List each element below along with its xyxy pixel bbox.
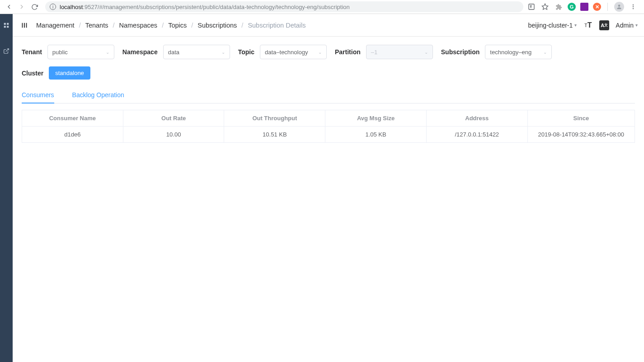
language-icon[interactable]: A文 [599, 20, 609, 30]
consumers-table: Consumer Name Out Rate Out Throughput Av… [22, 110, 635, 143]
extension-icon-1[interactable]: G [568, 3, 576, 11]
th-since: Since [527, 110, 635, 127]
partition-select: –1 ⌄ [366, 45, 433, 59]
url-text: localhost:9527/#/management/subscription… [60, 4, 350, 10]
th-out-rate: Out Rate [123, 110, 224, 127]
topic-select-value: data–technology [265, 49, 308, 56]
reload-button[interactable] [29, 1, 40, 12]
partition-select-value: –1 [371, 49, 377, 56]
browser-toolbar-right: G ✕ [527, 2, 640, 12]
cell-out-rate: 10.00 [123, 127, 224, 143]
translate-icon[interactable] [527, 2, 536, 11]
page-content: Tenant public ⌄ Namespace data ⌄ Topic d… [13, 37, 644, 151]
app-header: Management / Tenants / Namespaces / Topi… [13, 14, 644, 37]
crumb-subscriptions[interactable]: Subscriptions [197, 22, 237, 29]
browser-chrome: i localhost:9527/#/management/subscripti… [0, 0, 644, 14]
extension-puzzle-icon[interactable] [554, 2, 563, 11]
cell-address: /127.0.0.1:51422 [426, 127, 527, 143]
crumb-topics[interactable]: Topics [168, 22, 187, 29]
tenant-label: Tenant [22, 48, 42, 56]
site-info-icon[interactable]: i [50, 4, 56, 10]
cell-avg-msg-size: 1.05 KB [325, 127, 427, 143]
tabs: Consumers Backlog Operation [22, 87, 635, 103]
profile-avatar[interactable] [614, 2, 624, 12]
namespace-label: Namespace [122, 48, 158, 56]
th-consumer-name: Consumer Name [22, 110, 123, 127]
svg-point-3 [633, 5, 634, 5]
cluster-tag[interactable]: standalone [49, 66, 90, 80]
subscription-select-value: technology–eng [490, 49, 531, 56]
back-button[interactable] [4, 1, 14, 12]
cluster-label: Cluster [22, 70, 43, 77]
main-area: Management / Tenants / Namespaces / Topi… [13, 14, 644, 362]
star-icon[interactable] [541, 2, 550, 11]
table-header-row: Consumer Name Out Rate Out Throughput Av… [22, 110, 635, 127]
breadcrumb: Management / Tenants / Namespaces / Topi… [36, 22, 306, 29]
svg-point-5 [633, 8, 634, 9]
breadcrumb-sep: / [162, 22, 164, 29]
cell-out-throughput: 10.51 KB [224, 127, 325, 143]
dashboard-icon[interactable] [3, 22, 9, 30]
breadcrumb-sep: / [79, 22, 81, 29]
header-right: beijing-cluster-1 ▾ TT A文 Admin ▾ [528, 20, 638, 30]
tab-backlog-operation[interactable]: Backlog Operation [72, 87, 124, 103]
sidebar [0, 14, 13, 362]
cluster-dropdown-label: beijing-cluster-1 [528, 22, 573, 29]
extension-icon-3[interactable]: ✕ [593, 3, 601, 11]
namespace-select[interactable]: data ⌄ [163, 45, 230, 59]
font-size-icon[interactable]: TT [583, 20, 593, 30]
cell-since: 2019-08-14T09:32:43.665+08:00 [527, 127, 635, 143]
toolbar-separator [607, 3, 608, 11]
chevron-down-icon: ⌄ [543, 50, 547, 55]
crumb-tenants[interactable]: Tenants [85, 22, 108, 29]
svg-rect-9 [7, 26, 9, 28]
tenant-select[interactable]: public ⌄ [47, 45, 114, 59]
external-link-icon[interactable] [3, 48, 9, 56]
subscription-select[interactable]: technology–eng ⌄ [485, 45, 552, 59]
crumb-management[interactable]: Management [36, 22, 75, 29]
svg-point-2 [618, 5, 620, 7]
topic-select[interactable]: data–technology ⌄ [260, 45, 327, 59]
chevron-down-icon: ▾ [574, 23, 577, 28]
forward-button[interactable] [16, 1, 27, 12]
svg-rect-7 [7, 23, 9, 25]
extension-icon-2[interactable] [580, 3, 588, 11]
user-dropdown[interactable]: Admin ▾ [616, 22, 638, 29]
app-root: Management / Tenants / Namespaces / Topi… [0, 14, 644, 362]
chevron-down-icon: ⌄ [424, 50, 428, 55]
user-dropdown-label: Admin [616, 22, 634, 29]
namespace-select-value: data [168, 49, 179, 56]
svg-rect-8 [4, 26, 6, 28]
subscription-label: Subscription [441, 48, 480, 56]
chevron-down-icon: ⌄ [318, 50, 322, 55]
svg-rect-6 [4, 23, 6, 25]
breadcrumb-sep: / [113, 22, 114, 29]
svg-point-4 [633, 6, 634, 7]
partition-label: Partition [335, 48, 361, 56]
crumb-namespaces[interactable]: Namespaces [119, 22, 158, 29]
cluster-row: Cluster standalone [22, 66, 635, 80]
tab-consumers[interactable]: Consumers [22, 87, 54, 103]
svg-line-10 [6, 49, 9, 52]
chevron-down-icon: ⌄ [221, 50, 225, 55]
breadcrumb-sep: / [191, 22, 193, 29]
cluster-dropdown[interactable]: beijing-cluster-1 ▾ [528, 22, 577, 29]
chevron-down-icon: ⌄ [106, 50, 109, 55]
tenant-select-value: public [52, 49, 68, 56]
hamburger-icon[interactable] [19, 20, 30, 31]
crumb-current: Subscription Details [248, 22, 306, 29]
menu-icon[interactable] [629, 2, 638, 11]
svg-marker-1 [542, 4, 548, 9]
topic-label: Topic [238, 48, 254, 56]
address-bar[interactable]: i localhost:9527/#/management/subscripti… [45, 1, 523, 12]
th-avg-msg-size: Avg Msg Size [325, 110, 427, 127]
breadcrumb-sep: / [241, 22, 243, 29]
cell-consumer-name: d1de6 [22, 127, 123, 143]
chevron-down-icon: ▾ [635, 23, 638, 28]
table-row: d1de6 10.00 10.51 KB 1.05 KB /127.0.0.1:… [22, 127, 635, 143]
th-address: Address [426, 110, 527, 127]
filter-row: Tenant public ⌄ Namespace data ⌄ Topic d… [22, 45, 635, 59]
th-out-throughput: Out Throughput [224, 110, 325, 127]
